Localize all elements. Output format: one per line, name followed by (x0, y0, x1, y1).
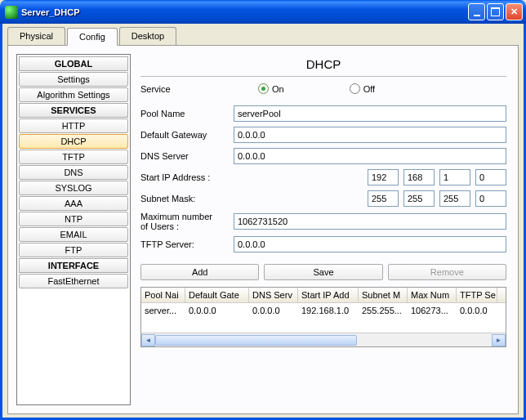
sidebar-item-fastethernet[interactable]: FastEthernet (19, 274, 128, 288)
sidebar-item-email[interactable]: EMAIL (19, 227, 128, 242)
cell-tftp: 0.0.0.0 (457, 303, 497, 318)
tftp-input[interactable] (234, 236, 506, 252)
subnet-1[interactable] (403, 190, 435, 207)
sidebar-header-interface: INTERFACE (19, 258, 128, 273)
th-startip[interactable]: Start IP Add (298, 288, 359, 302)
sidebar-item-tftp[interactable]: TFTP (19, 150, 128, 164)
sidebar-item-dns[interactable]: DNS (19, 165, 128, 180)
th-subnet[interactable]: Subnet M (359, 288, 408, 302)
radio-off[interactable]: Off (350, 83, 375, 94)
start-ip-3[interactable] (475, 169, 506, 185)
titlebar: Server_DHCP (0, 0, 526, 24)
th-max[interactable]: Max Num (408, 288, 457, 302)
scroll-track[interactable] (155, 334, 492, 346)
pool-name-label: Pool Name (140, 109, 230, 118)
sidebar-header-services: SERVICES (19, 103, 128, 118)
sidebar-item-ftp[interactable]: FTP (19, 243, 128, 257)
sidebar-item-settings[interactable]: Settings (19, 72, 128, 87)
th-dns[interactable]: DNS Serv (249, 288, 298, 302)
save-button[interactable]: Save (264, 264, 382, 280)
radio-off-icon (350, 83, 360, 94)
maximize-button[interactable] (487, 3, 504, 20)
table-row[interactable]: server... 0.0.0.0 0.0.0.0 192.168.1.0 25… (141, 303, 506, 318)
scroll-right-icon[interactable]: ► (492, 334, 506, 346)
minimize-button[interactable] (468, 3, 485, 20)
table-header: Pool Nai Default Gate DNS Serv Start IP … (141, 288, 506, 303)
subnet-3[interactable] (475, 190, 506, 207)
radio-on-icon (258, 83, 269, 94)
cell-startip: 192.168.1.0 (298, 303, 359, 318)
gateway-input[interactable] (234, 127, 506, 143)
panel-title: DHCP (140, 57, 506, 71)
sidebar-header-global: GLOBAL (19, 56, 128, 71)
gateway-label: Default Gateway (140, 130, 230, 140)
pool-table: Pool Nai Default Gate DNS Serv Start IP … (140, 287, 506, 347)
cell-dns: 0.0.0.0 (249, 303, 298, 318)
start-ip-label: Start IP Address : (140, 172, 247, 182)
sidebar: GLOBAL Settings Algorithm Settings SERVI… (16, 54, 131, 405)
cell-gateway: 0.0.0.0 (185, 303, 249, 318)
scroll-thumb[interactable] (155, 335, 357, 346)
app-icon (5, 6, 18, 19)
subnet-2[interactable] (439, 190, 470, 207)
th-tftp[interactable]: TFTP Se (457, 288, 497, 302)
th-pool[interactable]: Pool Nai (141, 288, 185, 302)
dns-input[interactable] (234, 148, 506, 164)
cell-max: 106273... (408, 303, 457, 318)
max-users-label: Maximum number of Users : (140, 212, 230, 231)
sidebar-item-aaa[interactable]: AAA (19, 196, 128, 211)
radio-off-label: Off (363, 84, 375, 94)
add-button[interactable]: Add (140, 264, 259, 280)
sidebar-item-algorithm[interactable]: Algorithm Settings (19, 87, 128, 102)
tab-desktop[interactable]: Desktop (119, 27, 176, 45)
sidebar-item-ntp[interactable]: NTP (19, 212, 128, 226)
start-ip-2[interactable] (439, 169, 470, 185)
sidebar-item-http[interactable]: HTTP (19, 118, 128, 133)
cell-subnet: 255.255... (359, 303, 408, 318)
remove-button[interactable]: Remove (388, 264, 506, 280)
window-title: Server_DHCP (21, 7, 468, 17)
th-gateway[interactable]: Default Gate (185, 288, 249, 302)
tab-physical[interactable]: Physical (7, 27, 65, 45)
max-users-input[interactable] (234, 213, 506, 230)
tab-config[interactable]: Config (67, 28, 118, 46)
sidebar-item-dhcp[interactable]: DHCP (19, 134, 128, 149)
radio-on[interactable]: On (258, 83, 284, 94)
subnet-0[interactable] (368, 190, 399, 207)
tftp-label: TFTP Server: (140, 239, 230, 249)
start-ip-1[interactable] (403, 169, 435, 185)
scroll-left-icon[interactable]: ◄ (141, 334, 155, 346)
dns-label: DNS Server (140, 151, 230, 161)
radio-on-label: On (272, 84, 284, 94)
cell-pool: server... (141, 303, 185, 318)
sidebar-item-syslog[interactable]: SYSLOG (19, 181, 128, 195)
start-ip-0[interactable] (368, 169, 399, 185)
main-panel: DHCP Service On Off Pool Name (137, 54, 510, 405)
close-button[interactable] (506, 3, 523, 20)
hscrollbar[interactable]: ◄ ► (141, 333, 506, 346)
pool-name-input[interactable] (234, 105, 506, 122)
subnet-label: Subnet Mask: (140, 194, 247, 203)
tab-bar: Physical Config Desktop (2, 24, 524, 45)
service-label: Service (140, 84, 230, 94)
